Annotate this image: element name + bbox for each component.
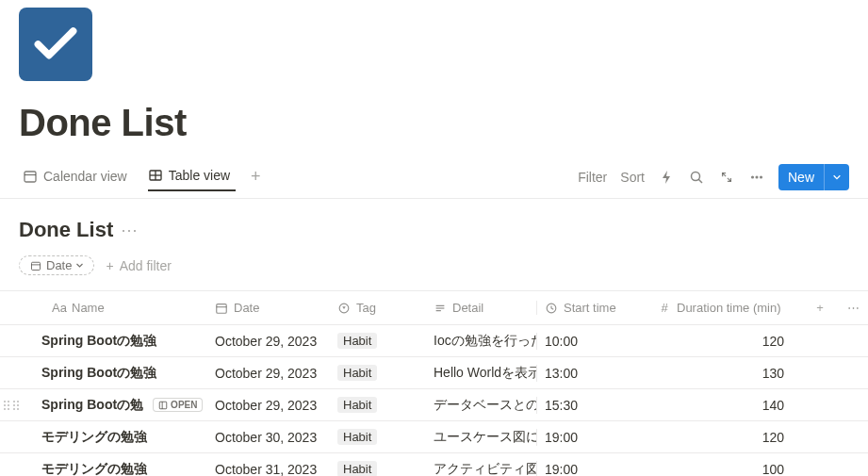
column-header-detail[interactable]: Detail: [426, 301, 537, 315]
svg-point-11: [760, 175, 762, 178]
tab-label: Table view: [169, 168, 230, 183]
svg-rect-57: [159, 402, 167, 409]
calendar-icon: [29, 259, 42, 272]
column-more-icon[interactable]: ⋯: [839, 301, 867, 315]
table-row[interactable]: モデリングの勉強October 31, 2023Habitアクティビティ図19:…: [0, 453, 868, 476]
column-header-date[interactable]: Date: [207, 301, 330, 315]
table-row[interactable]: Spring Bootの勉OPENOctober 29, 2023Habitデー…: [0, 389, 868, 421]
filter-chip-date[interactable]: Date: [19, 255, 94, 275]
cell-duration[interactable]: 120: [650, 334, 801, 349]
sort-button[interactable]: Sort: [620, 170, 645, 185]
expand-icon[interactable]: [718, 169, 735, 186]
cell-name[interactable]: Spring Bootの勉強: [0, 333, 207, 350]
cell-duration[interactable]: 130: [650, 366, 801, 381]
text-icon: [434, 302, 447, 315]
chevron-down-icon: [832, 172, 842, 182]
cell-name[interactable]: モデリングの勉強: [0, 429, 207, 446]
cell-date[interactable]: October 30, 2023: [207, 430, 330, 445]
add-filter-button[interactable]: + Add filter: [106, 258, 171, 273]
table-row[interactable]: Spring Bootの勉強October 29, 2023HabitIocの勉…: [0, 325, 868, 357]
cell-date[interactable]: October 31, 2023: [207, 462, 330, 477]
tag-pill: Habit: [337, 333, 377, 349]
add-view-button[interactable]: +: [251, 167, 261, 192]
svg-point-51: [13, 401, 15, 402]
calendar-icon: [23, 169, 38, 184]
row-title: モデリングの勉強: [41, 461, 147, 477]
table-row[interactable]: モデリングの勉強October 30, 2023Habitユースケース図に19:…: [0, 421, 868, 453]
page-title: Done List: [19, 102, 868, 144]
data-table: Aa Name Date Tag Detail Start time # D: [0, 290, 868, 476]
svg-point-52: [17, 401, 19, 402]
svg-point-45: [4, 401, 6, 402]
filter-button[interactable]: Filter: [578, 170, 607, 185]
svg-point-5: [691, 172, 699, 180]
tag-pill: Habit: [337, 365, 377, 381]
column-header-name[interactable]: Aa Name: [0, 301, 207, 315]
calendar-icon: [215, 302, 228, 315]
cell-tag[interactable]: Habit: [330, 333, 426, 349]
cell-start-time[interactable]: 19:00: [537, 462, 650, 477]
open-icon: [158, 401, 168, 410]
cell-start-time[interactable]: 13:00: [537, 366, 650, 381]
svg-rect-0: [25, 172, 36, 182]
table-header-row: Aa Name Date Tag Detail Start time # D: [0, 291, 868, 325]
svg-point-46: [8, 401, 9, 402]
cell-duration[interactable]: 120: [650, 430, 801, 445]
cell-date[interactable]: October 29, 2023: [207, 366, 330, 381]
cell-date[interactable]: October 29, 2023: [207, 398, 330, 413]
tag-pill: Habit: [337, 429, 377, 445]
more-icon[interactable]: [748, 169, 765, 186]
svg-point-50: [8, 408, 9, 410]
add-column-button[interactable]: +: [801, 301, 839, 315]
number-icon: #: [658, 302, 671, 315]
add-filter-label: Add filter: [120, 258, 172, 273]
cell-detail[interactable]: Iocの勉強を行った: [426, 333, 537, 350]
cell-start-time[interactable]: 19:00: [537, 430, 650, 445]
cell-date[interactable]: October 29, 2023: [207, 334, 330, 349]
cell-tag[interactable]: Habit: [330, 461, 426, 476]
cell-name[interactable]: Spring Bootの勉強: [0, 365, 207, 382]
check-icon: [29, 18, 82, 71]
row-title: モデリングの勉強: [41, 429, 147, 446]
row-title: Spring Bootの勉: [41, 397, 143, 414]
tag-pill: Habit: [337, 461, 377, 476]
column-header-duration[interactable]: # Duration time (min): [650, 301, 801, 315]
svg-point-48: [8, 404, 9, 406]
svg-point-10: [755, 175, 758, 178]
new-button-dropdown[interactable]: [824, 164, 849, 190]
table-row[interactable]: Spring Bootの勉強October 29, 2023HabitHello…: [0, 357, 868, 389]
cell-tag[interactable]: Habit: [330, 365, 426, 381]
svg-point-56: [17, 408, 19, 410]
cell-start-time[interactable]: 15:30: [537, 398, 650, 413]
filter-chip-label: Date: [46, 258, 72, 272]
cell-start-time[interactable]: 10:00: [537, 334, 650, 349]
svg-point-54: [17, 404, 19, 406]
search-icon[interactable]: [688, 169, 705, 186]
new-button[interactable]: New: [778, 164, 849, 190]
cell-detail[interactable]: ユースケース図に: [426, 429, 537, 446]
svg-point-55: [13, 408, 15, 410]
column-header-start-time[interactable]: Start time: [537, 301, 650, 315]
page-icon[interactable]: [19, 8, 92, 81]
cell-name[interactable]: モデリングの勉強: [0, 461, 207, 477]
select-icon: [337, 302, 351, 315]
tab-table-view[interactable]: Table view: [148, 168, 236, 191]
tab-calendar-view[interactable]: Calendar view: [23, 169, 133, 191]
cell-detail[interactable]: データベースとの: [426, 397, 537, 414]
new-button-label: New: [778, 170, 824, 185]
cell-duration[interactable]: 140: [650, 398, 801, 413]
plus-icon: +: [106, 258, 113, 273]
row-drag-handle[interactable]: [0, 389, 21, 421]
cell-tag[interactable]: Habit: [330, 429, 426, 445]
clock-icon: [545, 302, 558, 315]
open-row-button[interactable]: OPEN: [153, 398, 203, 412]
cell-duration[interactable]: 100: [650, 462, 801, 477]
cell-detail[interactable]: アクティビティ図: [426, 461, 537, 477]
lightning-icon[interactable]: [658, 169, 675, 186]
svg-point-53: [13, 404, 15, 406]
collection-more-icon[interactable]: ⋯: [121, 220, 139, 240]
cell-tag[interactable]: Habit: [330, 397, 426, 413]
cell-detail[interactable]: Hello Worldを表示: [426, 365, 537, 382]
cell-name[interactable]: Spring Bootの勉OPEN: [0, 397, 207, 414]
column-header-tag[interactable]: Tag: [330, 301, 426, 315]
